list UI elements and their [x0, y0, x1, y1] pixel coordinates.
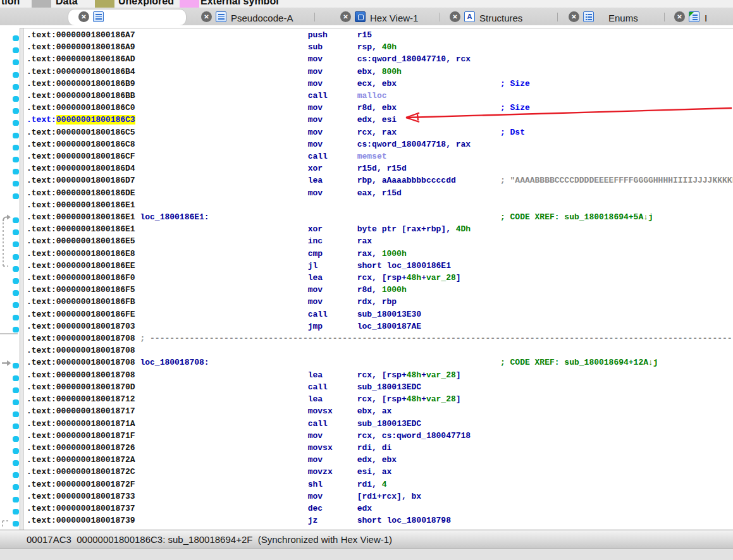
- legend-swatch: [95, 0, 114, 8]
- tab-pseudocode-label[interactable]: Pseudocode-A: [231, 13, 293, 23]
- tab-bar: ✕✕Pseudocode-A✕Hex View-1✕AStructures✕En…: [0, 8, 733, 26]
- imports-icon: [689, 11, 699, 22]
- legend-label: External symbol: [200, 0, 279, 7]
- legend-label: Data: [56, 0, 78, 7]
- tab-close-button[interactable]: ✕: [674, 11, 685, 22]
- legend-label: tion: [1, 0, 20, 7]
- tab-close-button[interactable]: ✕: [569, 11, 579, 22]
- hex-view-icon: [355, 11, 366, 22]
- tab-enums-label[interactable]: Enums: [608, 13, 638, 23]
- red-annotation-arrow: [0, 25, 733, 530]
- tab-hex-view-label[interactable]: Hex View-1: [370, 13, 418, 23]
- ida-window: tionDataUnexploredExternal symbol ✕✕Pseu…: [0, 0, 733, 560]
- tab-close-button[interactable]: ✕: [78, 11, 89, 22]
- status-bar: 00017AC3 00000001800186C3: sub_180018694…: [0, 530, 733, 549]
- tab-close-button[interactable]: ✕: [450, 11, 460, 22]
- tab-divider: [557, 13, 558, 21]
- enums-icon: [583, 11, 594, 22]
- window-bottom-strip: [0, 549, 733, 560]
- tab-divider: [440, 13, 440, 21]
- tab-close-button[interactable]: ✕: [340, 11, 351, 22]
- legend-swatch: [32, 0, 51, 8]
- tab-structures-label[interactable]: Structures: [479, 13, 522, 23]
- status-text: 00017AC3 00000001800186C3: sub_180018694…: [27, 534, 392, 545]
- legend-swatch: [180, 0, 199, 8]
- legend-label: Unexplored: [118, 0, 174, 7]
- disassembly-view: .text:00000001800186A7 push r15 .text:00…: [0, 25, 733, 530]
- tab-divider: [664, 13, 665, 21]
- color-legend-bar: tionDataUnexploredExternal symbol: [0, 0, 733, 8]
- structures-icon: A: [464, 11, 475, 22]
- tab-divider: [314, 13, 315, 21]
- pseudocode-icon: [216, 11, 226, 22]
- tab-close-button[interactable]: ✕: [201, 11, 212, 22]
- ida-view-icon: [93, 11, 104, 22]
- tab-imports-label[interactable]: I: [705, 13, 707, 23]
